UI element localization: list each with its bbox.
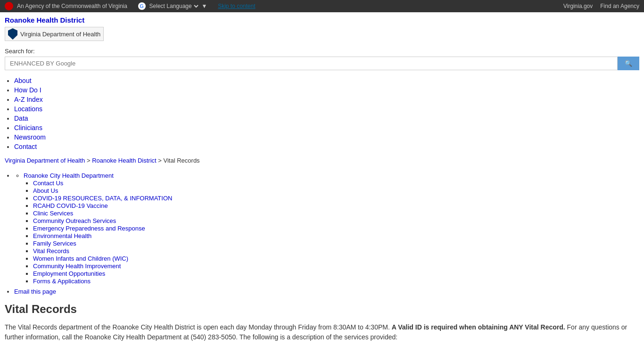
find-agency-link[interactable]: Find an Agency xyxy=(600,3,639,9)
vdh-shield-icon xyxy=(8,28,17,40)
list-item: RCAHD COVID-19 Vaccine xyxy=(33,202,639,209)
nav-link-newsroom[interactable]: Newsroom xyxy=(14,133,46,141)
sidebar-item-rchd: Roanoke City Health DepartmentContact Us… xyxy=(24,171,639,286)
nav-item: Locations xyxy=(14,104,639,114)
top-bar: An Agency of the Commonwealth of Virgini… xyxy=(0,0,644,12)
site-header: Roanoke Health District Virginia Departm… xyxy=(0,12,644,46)
nav-item: Newsroom xyxy=(14,132,639,142)
page-title: Vital Records xyxy=(5,303,639,316)
sidebar-link-rcahd-covid-19-vaccine[interactable]: RCAHD COVID-19 Vaccine xyxy=(33,202,108,209)
sidebar-link-rchd[interactable]: Roanoke City Health Department xyxy=(24,172,114,179)
list-item: Forms & Applications xyxy=(33,277,639,285)
list-item: Community Outreach Services xyxy=(33,217,639,224)
search-button[interactable]: 🔍 xyxy=(618,57,639,70)
agency-logo xyxy=(5,2,13,10)
virginia-gov-link[interactable]: Virginia.gov xyxy=(563,3,593,9)
nav-item: A-Z Index xyxy=(14,95,639,104)
sidebar-nav: Roanoke City Health DepartmentContact Us… xyxy=(0,168,644,298)
list-item: COVID-19 RESOURCES, DATA, & INFORMATIONR… xyxy=(33,194,639,209)
sidebar-link-women-infants-and-children-wic-[interactable]: Women Infants and Children (WIC) xyxy=(33,255,128,262)
list-item: Environmental Health xyxy=(33,232,639,239)
list-item: Contact Us xyxy=(33,179,639,187)
sidebar-nested-list: Contact UsAbout UsCOVID-19 RESOURCES, DA… xyxy=(24,179,639,285)
sidebar-link-employment-opportunities[interactable]: Employment Opportunities xyxy=(33,270,105,277)
search-section: Search for: 🔍 xyxy=(0,46,644,74)
sidebar-link-emergency-preparedness-and-response[interactable]: Emergency Preparedness and Response xyxy=(33,225,145,232)
sidebar-link-covid-19-resources-data-information[interactable]: COVID-19 RESOURCES, DATA, & INFORMATION xyxy=(33,195,172,202)
breadcrumb: Virginia Department of Health > Roanoke … xyxy=(0,153,644,168)
sidebar-link-community-health-improvement[interactable]: Community Health Improvement xyxy=(33,263,121,270)
top-bar-left: An Agency of the Commonwealth of Virgini… xyxy=(5,2,256,10)
breadcrumb-current: Vital Records xyxy=(164,157,200,164)
vdh-logo: Virginia Department of Health xyxy=(5,27,104,41)
list-item: Family Services xyxy=(33,239,639,247)
vdh-logo-text: Virginia Department of Health xyxy=(20,31,100,38)
list-item: Vital Records xyxy=(33,247,639,255)
main-nav: AboutHow Do IA-Z IndexLocationsDataClini… xyxy=(0,74,644,153)
nav-link-clinicians[interactable]: Clinicians xyxy=(14,124,42,132)
list-item: Women Infants and Children (WIC) xyxy=(33,255,639,262)
sidebar-top-list: Roanoke City Health DepartmentContact Us… xyxy=(5,170,639,296)
sidebar-link-contact-us[interactable]: Contact Us xyxy=(33,180,63,187)
nav-item: Contact xyxy=(14,142,639,151)
top-bar-right: Virginia.gov Find an Agency xyxy=(563,3,639,9)
breadcrumb-sep2: > xyxy=(158,157,163,164)
site-title-link[interactable]: Roanoke Health District xyxy=(5,16,84,24)
nav-item: Clinicians xyxy=(14,123,639,132)
main-content: Vital Records The Vital Records departme… xyxy=(0,298,644,347)
search-icon: 🔍 xyxy=(625,60,632,67)
list-item: About Us xyxy=(33,187,639,194)
sidebar-link-about-us[interactable]: About Us xyxy=(33,187,58,194)
search-label: Search for: xyxy=(5,48,639,55)
nav-item: About xyxy=(14,76,639,85)
list-item: Clinic Services xyxy=(33,209,639,217)
sidebar-link-vital-records[interactable]: Vital Records xyxy=(33,247,69,255)
nav-link-how-do-i[interactable]: How Do I xyxy=(14,86,41,94)
language-select[interactable]: Select Language xyxy=(148,2,200,10)
agency-text: An Agency of the Commonwealth of Virgini… xyxy=(17,3,127,9)
sidebar-email-item: Email this page xyxy=(14,287,639,296)
list-item: Community Health Improvement xyxy=(33,262,639,270)
nav-item: Data xyxy=(14,114,639,123)
nav-link-data[interactable]: Data xyxy=(14,115,28,122)
sidebar-sub-list: Roanoke City Health DepartmentContact Us… xyxy=(14,171,639,286)
desc-bold: A Valid ID is required when obtaining AN… xyxy=(392,323,565,331)
email-page-link[interactable]: Email this page xyxy=(14,288,56,295)
list-item: Emergency Preparedness and Response xyxy=(33,224,639,232)
nav-link-a-z-index[interactable]: A-Z Index xyxy=(14,96,43,103)
sidebar-link-family-services[interactable]: Family Services xyxy=(33,240,76,247)
breadcrumb-sep1: > xyxy=(87,157,92,164)
sidebar-link-forms-applications[interactable]: Forms & Applications xyxy=(33,278,91,285)
sidebar-top-item: Roanoke City Health DepartmentContact Us… xyxy=(14,170,639,287)
breadcrumb-vdh[interactable]: Virginia Department of Health xyxy=(5,157,85,164)
page-description: The Vital Records department of the Roan… xyxy=(5,322,639,342)
sidebar-child-list: RCAHD COVID-19 Vaccine xyxy=(33,202,639,209)
sidebar-link-environmental-health[interactable]: Environmental Health xyxy=(33,232,91,239)
nav-item: How Do I xyxy=(14,85,639,95)
translate-widget[interactable]: G Select Language ▼ xyxy=(138,2,207,10)
dropdown-arrow: ▼ xyxy=(202,3,207,9)
skip-to-content-link[interactable]: Skip to content xyxy=(218,3,255,9)
sidebar-link-clinic-services[interactable]: Clinic Services xyxy=(33,210,73,217)
list-item: Employment Opportunities xyxy=(33,270,639,277)
nav-link-contact[interactable]: Contact xyxy=(14,143,37,150)
google-g-icon: G xyxy=(138,2,146,10)
vdh-logo-area: Virginia Department of Health xyxy=(5,27,639,41)
sidebar-link-community-outreach-services[interactable]: Community Outreach Services xyxy=(33,217,116,224)
main-nav-list: AboutHow Do IA-Z IndexLocationsDataClini… xyxy=(5,76,639,151)
nav-link-about[interactable]: About xyxy=(14,77,32,84)
nav-link-locations[interactable]: Locations xyxy=(14,105,42,113)
search-input[interactable] xyxy=(5,57,618,70)
search-row: 🔍 xyxy=(5,57,639,70)
breadcrumb-rhd[interactable]: Roanoke Health District xyxy=(92,157,157,164)
desc-part1: The Vital Records department of the Roan… xyxy=(5,323,390,331)
